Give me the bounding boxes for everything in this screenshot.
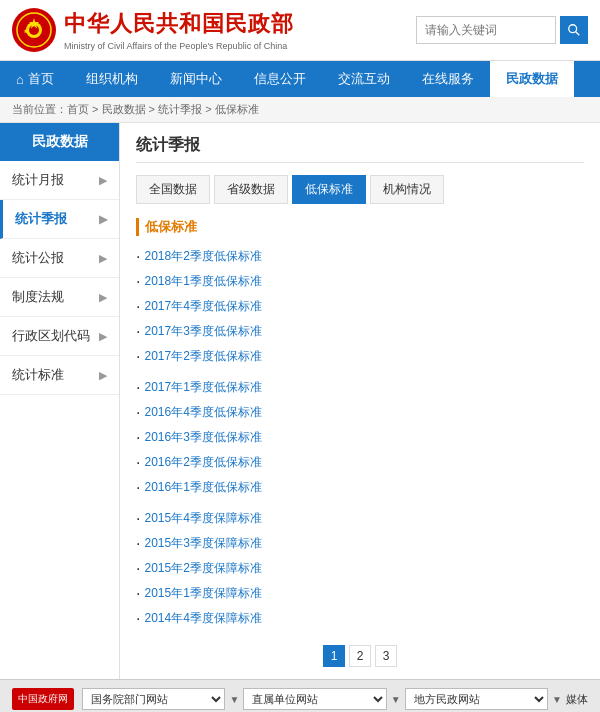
sidebar-item-district[interactable]: 行政区划代码 ▶ [0,317,119,356]
chevron-right-icon: ▶ [99,213,107,226]
sidebar-title: 民政数据 [0,123,119,161]
list-group-1: 2018年2季度低保标准 2018年1季度低保标准 2017年4季度低保标准 2… [136,244,584,369]
list-item[interactable]: 2015年4季度保障标准 [136,506,584,531]
home-icon: ⌂ [16,72,24,87]
tab-national[interactable]: 全国数据 [136,175,210,204]
search-icon [567,23,581,37]
list-item[interactable]: 2018年1季度低保标准 [136,269,584,294]
dept-select[interactable]: 国务院部门网站 [82,688,225,710]
list-item[interactable]: 2016年2季度低保标准 [136,450,584,475]
sidebar-label-quarterly: 统计季报 [15,210,67,228]
emblem-icon [12,8,56,52]
search-area [416,16,588,44]
sidebar-item-quarterly[interactable]: 统计季报 ▶ [0,200,119,239]
nav-item-service[interactable]: 在线服务 [406,61,490,97]
nav-item-news[interactable]: 新闻中心 [154,61,238,97]
list-item[interactable]: 2017年3季度低保标准 [136,319,584,344]
svg-point-6 [569,25,577,33]
main-content: 统计季报 全国数据 省级数据 低保标准 机构情况 低保标准 2018年2季度低保… [120,123,600,679]
chevron-right-icon: ▶ [99,291,107,304]
china-gov-logo[interactable]: 中国政府网 [12,688,74,710]
svg-point-2 [29,25,39,35]
chevron-down-icon: ▼ [229,694,239,705]
header: 中华人民共和国民政部 Ministry of Civil Affairs of … [0,0,600,61]
sidebar-item-standard[interactable]: 统计标准 ▶ [0,356,119,395]
nav-label-exchange: 交流互动 [338,70,390,88]
list-item[interactable]: 2017年1季度低保标准 [136,375,584,400]
chevron-down-icon: ▼ [391,694,401,705]
nav-item-exchange[interactable]: 交流互动 [322,61,406,97]
sidebar: 民政数据 统计月报 ▶ 统计季报 ▶ 统计公报 ▶ 制度法规 ▶ 行政区划代码 … [0,123,120,679]
page-2[interactable]: 2 [349,645,371,667]
list-item[interactable]: 2016年4季度低保标准 [136,400,584,425]
sidebar-item-monthly[interactable]: 统计月报 ▶ [0,161,119,200]
tab-provincial[interactable]: 省级数据 [214,175,288,204]
tab-institution[interactable]: 机构情况 [370,175,444,204]
logo-area: 中华人民共和国民政部 Ministry of Civil Affairs of … [12,8,416,52]
main-nav: ⌂ 首页 组织机构 新闻中心 信息公开 交流互动 在线服务 民政数据 [0,61,600,97]
nav-label-org: 组织机构 [86,70,138,88]
nav-label-service: 在线服务 [422,70,474,88]
local-select[interactable]: 地方民政网站 [405,688,548,710]
content-area: 民政数据 统计月报 ▶ 统计季报 ▶ 统计公报 ▶ 制度法规 ▶ 行政区划代码 … [0,123,600,679]
sidebar-item-rules[interactable]: 制度法规 ▶ [0,278,119,317]
sidebar-label-standard: 统计标准 [12,366,64,384]
nav-item-info[interactable]: 信息公开 [238,61,322,97]
list-item[interactable]: 2017年2季度低保标准 [136,344,584,369]
list-item[interactable]: 2017年4季度低保标准 [136,294,584,319]
chevron-right-icon: ▶ [99,369,107,382]
site-title-en: Ministry of Civil Affairs of the People'… [64,41,294,51]
search-input[interactable] [416,16,556,44]
media-label: 媒体 [566,692,588,707]
chevron-right-icon: ▶ [99,252,107,265]
section-title: 低保标准 [136,218,584,236]
list-item[interactable]: 2015年2季度保障标准 [136,556,584,581]
title-block: 中华人民共和国民政部 Ministry of Civil Affairs of … [64,9,294,51]
list-item[interactable]: 2016年1季度低保标准 [136,475,584,500]
list-item[interactable]: 2015年1季度保障标准 [136,581,584,606]
nav-label-home: 首页 [28,70,54,88]
nav-label-info: 信息公开 [254,70,306,88]
unit-select[interactable]: 直属单位网站 [243,688,386,710]
breadcrumb: 当前位置：首页 > 民政数据 > 统计季报 > 低保标准 [0,97,600,123]
nav-item-org[interactable]: 组织机构 [70,61,154,97]
nav-label-news: 新闻中心 [170,70,222,88]
tab-dibao[interactable]: 低保标准 [292,175,366,204]
svg-line-7 [576,32,580,36]
page-1[interactable]: 1 [323,645,345,667]
sidebar-label-district: 行政区划代码 [12,327,90,345]
search-button[interactable] [560,16,588,44]
nav-item-data[interactable]: 民政数据 [490,61,574,97]
list-item[interactable]: 2018年2季度低保标准 [136,244,584,269]
list-group-3: 2015年4季度保障标准 2015年3季度保障标准 2015年2季度保障标准 2… [136,506,584,631]
nav-label-data: 民政数据 [506,70,558,88]
list-item[interactable]: 2015年3季度保障标准 [136,531,584,556]
tab-bar: 全国数据 省级数据 低保标准 机构情况 [136,175,584,204]
page-3[interactable]: 3 [375,645,397,667]
list-group-2: 2017年1季度低保标准 2016年4季度低保标准 2016年3季度低保标准 2… [136,375,584,500]
sidebar-item-bulletin[interactable]: 统计公报 ▶ [0,239,119,278]
footer-selects: 国务院部门网站 ▼ 直属单位网站 ▼ 地方民政网站 ▼ 媒体 [82,688,588,710]
nav-item-home[interactable]: ⌂ 首页 [0,61,70,97]
list-item[interactable]: 2014年4季度保障标准 [136,606,584,631]
sidebar-label-rules: 制度法规 [12,288,64,306]
sidebar-label-monthly: 统计月报 [12,171,64,189]
page-title: 统计季报 [136,135,584,163]
pagination: 1 2 3 [136,645,584,667]
site-title-cn: 中华人民共和国民政部 [64,9,294,39]
footer-nav: 中国政府网 国务院部门网站 ▼ 直属单位网站 ▼ 地方民政网站 ▼ 媒体 [0,679,600,712]
sidebar-label-bulletin: 统计公报 [12,249,64,267]
list-item[interactable]: 2016年3季度低保标准 [136,425,584,450]
chevron-right-icon: ▶ [99,174,107,187]
chevron-down-icon: ▼ [552,694,562,705]
chevron-right-icon: ▶ [99,330,107,343]
